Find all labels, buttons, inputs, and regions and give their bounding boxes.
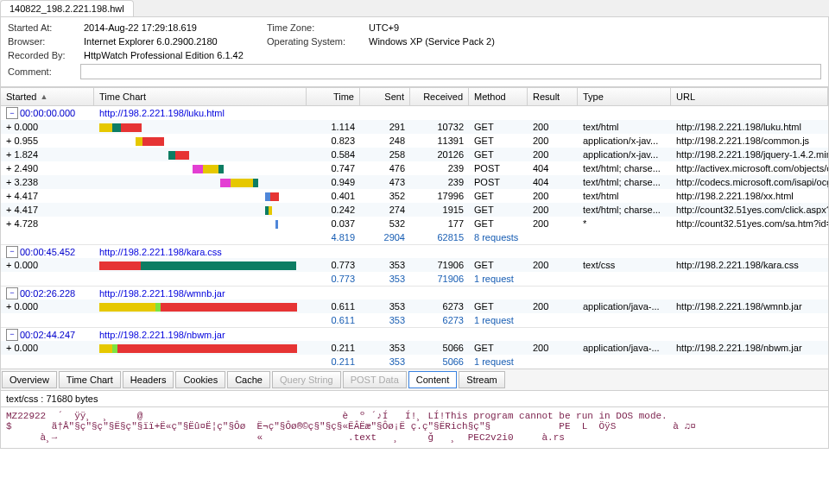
tab-overview[interactable]: Overview bbox=[2, 371, 57, 388]
timing-chart bbox=[99, 205, 301, 215]
started-at-label: Started At: bbox=[8, 22, 77, 33]
browser-value: Internet Explorer 6.0.2900.2180 bbox=[77, 36, 218, 47]
tab-cache[interactable]: Cache bbox=[227, 371, 270, 388]
collapse-icon[interactable]: − bbox=[6, 107, 18, 119]
request-row[interactable]: + 3.2380.949473239POST404text/html; char… bbox=[1, 175, 828, 189]
collapse-icon[interactable]: − bbox=[6, 329, 18, 341]
timing-chart bbox=[99, 177, 301, 187]
request-row[interactable]: + 4.4170.2422741915GET200text/html; char… bbox=[1, 203, 828, 217]
request-row[interactable]: + 1.8240.58425820126GET200application/x-… bbox=[1, 148, 828, 161]
group-row[interactable]: −00:00:00.000http://198.2.221.198/luku.h… bbox=[1, 106, 828, 120]
group-url[interactable]: http://198.2.221.198/nbwm.jar bbox=[94, 330, 307, 340]
tab-content[interactable]: Content bbox=[408, 371, 458, 388]
recorded-by-label: Recorded By: bbox=[8, 50, 77, 60]
metadata-panel: Started At:2014-Aug-22 17:29:18.619 Time… bbox=[0, 17, 829, 87]
comment-input[interactable] bbox=[80, 64, 821, 79]
detail-tabs: OverviewTime ChartHeadersCookiesCacheQue… bbox=[0, 369, 829, 391]
summary-row: 0.21135350661 request bbox=[1, 355, 828, 369]
os-value: Windows XP (Service Pack 2) bbox=[362, 36, 495, 47]
timing-chart bbox=[99, 260, 301, 270]
summary-row: 0.773353719061 request bbox=[1, 272, 828, 286]
group-url[interactable]: http://198.2.221.198/wmnb.jar bbox=[94, 288, 307, 299]
col-type[interactable]: Type bbox=[578, 88, 671, 105]
col-result[interactable]: Result bbox=[528, 88, 578, 105]
collapse-icon[interactable]: − bbox=[6, 287, 18, 299]
timezone-label: Time Zone: bbox=[267, 22, 362, 33]
request-row[interactable]: + 0.0000.2113535066GET200application/jav… bbox=[1, 341, 828, 355]
tab-cookies[interactable]: Cookies bbox=[175, 371, 225, 388]
col-time-chart[interactable]: Time Chart bbox=[94, 88, 307, 105]
col-started[interactable]: Started▲ bbox=[1, 88, 94, 105]
request-row[interactable]: + 4.7280.037532177GET200*http://count32.… bbox=[1, 217, 828, 230]
timing-chart bbox=[99, 149, 301, 160]
request-row[interactable]: + 0.0000.77335371906GET200text/csshttp:/… bbox=[1, 258, 828, 272]
timing-chart bbox=[99, 191, 301, 201]
os-label: Operating System: bbox=[267, 36, 362, 47]
tab-query-string: Query String bbox=[272, 371, 341, 388]
browser-label: Browser: bbox=[8, 36, 77, 47]
request-row[interactable]: + 0.0000.6113536273GET200application/jav… bbox=[1, 299, 828, 313]
request-row[interactable]: + 4.4170.40135217996GET200text/htmlhttp:… bbox=[1, 189, 828, 203]
timing-chart bbox=[99, 163, 301, 173]
sort-asc-icon: ▲ bbox=[40, 92, 47, 101]
summary-row: 4.8192904628158 requests bbox=[1, 230, 828, 244]
col-url[interactable]: URL bbox=[671, 88, 828, 105]
recorded-by-value: HttpWatch Professional Edition 6.1.42 bbox=[77, 50, 244, 60]
group-row[interactable]: −00:02:44.247http://198.2.221.198/nbwm.j… bbox=[1, 327, 828, 341]
request-row[interactable]: + 2.4900.747476239POST404text/html; char… bbox=[1, 161, 828, 175]
group-url[interactable]: http://198.2.221.198/luku.html bbox=[94, 108, 307, 118]
file-tab[interactable]: 140822_198.2.221.198.hwl bbox=[0, 0, 134, 16]
timing-chart bbox=[99, 135, 301, 146]
collapse-icon[interactable]: − bbox=[6, 246, 18, 258]
group-url[interactable]: http://198.2.221.198/kara.css bbox=[94, 247, 307, 257]
col-method[interactable]: Method bbox=[469, 88, 528, 105]
grid-header: Started▲ Time Chart Time Sent Received M… bbox=[0, 87, 829, 106]
timing-chart bbox=[99, 343, 301, 353]
timing-chart bbox=[99, 218, 301, 229]
request-row[interactable]: + 0.9550.82324811391GET200application/x-… bbox=[1, 134, 828, 148]
tab-headers[interactable]: Headers bbox=[123, 371, 174, 388]
col-received[interactable]: Received bbox=[410, 88, 469, 105]
col-sent[interactable]: Sent bbox=[360, 88, 410, 105]
timing-chart bbox=[99, 122, 301, 132]
group-row[interactable]: −00:00:45.452http://198.2.221.198/kara.c… bbox=[1, 244, 828, 258]
content-info: text/css : 71680 bytes bbox=[0, 391, 829, 407]
timing-chart bbox=[99, 301, 301, 312]
started-at-value: 2014-Aug-22 17:29:18.619 bbox=[77, 22, 197, 33]
tab-time-chart[interactable]: Time Chart bbox=[59, 371, 121, 388]
col-time[interactable]: Time bbox=[307, 88, 360, 105]
group-row[interactable]: −00:02:26.228http://198.2.221.198/wmnb.j… bbox=[1, 286, 828, 299]
timezone-value: UTC+9 bbox=[362, 22, 399, 33]
comment-label: Comment: bbox=[8, 66, 77, 77]
hex-dump: MZ22922 ´ ÿÿ¸ ¸ @ è º ´♪Í Í!¸ LÍ!This pr… bbox=[0, 407, 829, 449]
summary-row: 0.61135362731 request bbox=[1, 313, 828, 327]
request-row[interactable]: + 0.0001.11429110732GET200text/htmlhttp:… bbox=[1, 120, 828, 134]
tab-post-data: POST Data bbox=[343, 371, 407, 388]
tab-stream[interactable]: Stream bbox=[459, 371, 504, 388]
